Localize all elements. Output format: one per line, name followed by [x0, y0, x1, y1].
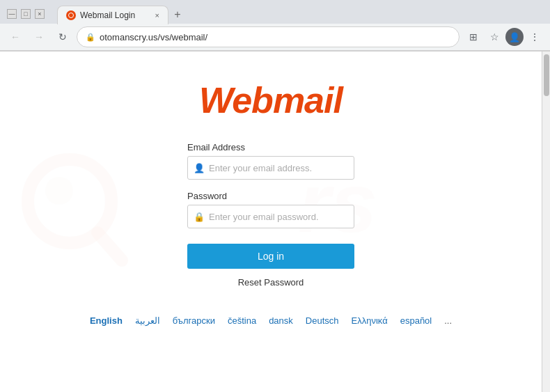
email-input-wrapper: 👤 [187, 156, 354, 180]
nav-right-controls: ⊞ ☆ 👤 ⋮ [464, 27, 544, 47]
new-tab-button[interactable]: + [168, 6, 187, 24]
browser-chrome: — □ × Webmail Login × + ← → ↻ 🔒 otomansc… [0, 0, 550, 52]
tab-favicon [66, 10, 76, 20]
password-input-wrapper: 🔒 [187, 205, 354, 228]
password-label: Password [187, 191, 354, 201]
lock-icon: 🔒 [86, 33, 95, 42]
maximize-button[interactable]: □ [21, 9, 31, 19]
lang-item-cs[interactable]: čeština [228, 315, 256, 326]
email-label: Email Address [187, 142, 354, 152]
login-container: Webmail Email Address 👤 Password 🔒 Log i… [0, 52, 542, 392]
nav-bar: ← → ↻ 🔒 otomanscry.us/vs/webmail/ ⊞ ☆ 👤 … [0, 24, 550, 51]
scrollbar-thumb[interactable] [544, 54, 549, 96]
lang-item-bg[interactable]: български [173, 315, 215, 326]
reset-password-link[interactable]: Reset Password [238, 277, 304, 288]
lang-item-ar[interactable]: العربية [135, 315, 160, 326]
language-bar: EnglishالعربيةбългарскиčeštinadanskDeuts… [90, 315, 452, 326]
lang-item-en[interactable]: English [90, 315, 123, 326]
password-form-group: Password 🔒 [187, 191, 354, 228]
address-bar[interactable]: 🔒 otomanscry.us/vs/webmail/ [77, 26, 459, 47]
browser-content-wrapper: rs Webmail Email Address 👤 Password 🔒 [0, 52, 550, 392]
profile-button[interactable]: 👤 [505, 28, 524, 46]
extensions-button[interactable]: ⊞ [464, 27, 483, 47]
bookmark-button[interactable]: ☆ [485, 27, 504, 47]
url-text: otomanscry.us/vs/webmail/ [100, 32, 207, 42]
minimize-button[interactable]: — [7, 9, 17, 19]
lang-item-es[interactable]: español [400, 315, 432, 326]
login-button[interactable]: Log in [187, 244, 354, 269]
title-bar: — □ × Webmail Login × + [0, 0, 550, 24]
active-tab[interactable]: Webmail Login × [57, 6, 168, 24]
page-content: rs Webmail Email Address 👤 Password 🔒 [0, 52, 542, 392]
lang-item-el[interactable]: Ελληνικά [352, 315, 388, 326]
user-icon: 👤 [194, 163, 205, 173]
menu-button[interactable]: ⋮ [525, 27, 544, 47]
password-input[interactable] [209, 212, 348, 222]
lang-item-de[interactable]: Deutsch [306, 315, 339, 326]
reload-button[interactable]: ↻ [53, 27, 72, 47]
tab-close-button[interactable]: × [155, 11, 159, 19]
close-button[interactable]: × [35, 9, 45, 19]
back-button[interactable]: ← [6, 27, 25, 47]
more-languages-button[interactable]: ... [444, 315, 452, 326]
email-input[interactable] [209, 163, 348, 173]
tabs-row: Webmail Login × + [52, 5, 192, 24]
lock-field-icon: 🔒 [194, 212, 205, 222]
lang-item-da[interactable]: dansk [269, 315, 293, 326]
scrollbar[interactable] [542, 52, 550, 392]
webmail-logo: Webmail [199, 79, 343, 121]
email-form-group: Email Address 👤 [187, 142, 354, 180]
window-controls[interactable]: — □ × [7, 9, 45, 19]
forward-button[interactable]: → [29, 27, 49, 47]
tab-title: Webmail Login [80, 10, 135, 20]
